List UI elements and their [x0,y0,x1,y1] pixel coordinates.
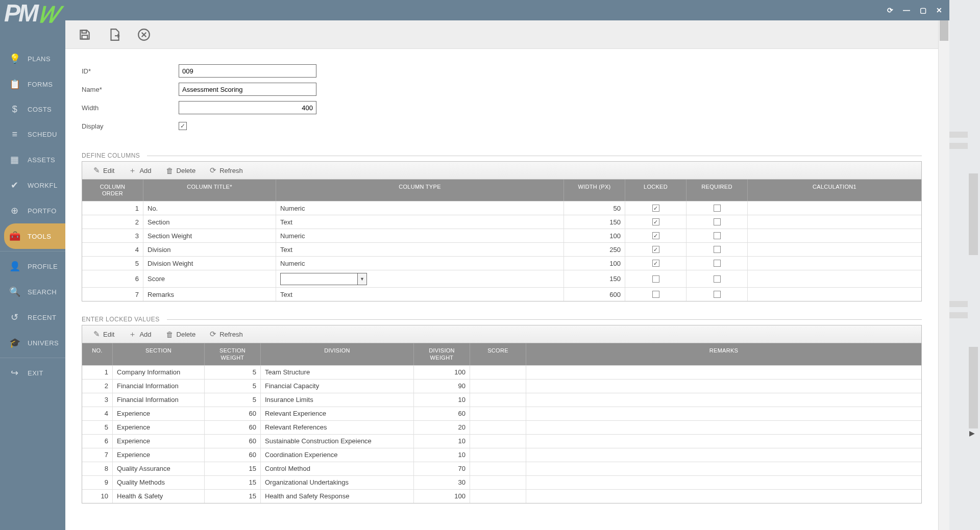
scrollbar-thumb[interactable] [940,20,948,41]
table-row[interactable]: 2Financial Information5Financial Capacit… [82,379,921,393]
cell-section-weight: 60 [205,448,261,462]
cell-section: Company Information [113,366,205,379]
table-row[interactable]: 7Experience60Coordination Experience10 [82,448,921,462]
background-panel: ▶ [949,0,980,530]
required-checkbox[interactable] [714,260,721,267]
cell-calc [748,201,921,215]
cancel-icon[interactable] [137,28,151,42]
locked-checkbox[interactable]: ✓ [652,260,659,267]
required-checkbox[interactable] [714,205,721,212]
nav-item-recent[interactable]: ↺RECENT [0,305,65,330]
table-row[interactable]: 6Experience60Sustainable Construction Ex… [82,434,921,448]
id-input[interactable] [179,64,316,78]
delete-button[interactable]: 🗑Delete [166,330,196,339]
table-row[interactable]: 8Quality Assurance15Control Method70 [82,462,921,475]
dialog-scrollbar[interactable] [938,20,949,530]
cell-section-weight: 15 [205,490,261,503]
cell-section: Quality Assurance [113,462,205,475]
delete-button[interactable]: 🗑Delete [166,166,196,175]
table-row[interactable]: 5Experience60Relevant References20 [82,420,921,434]
column-type-select[interactable]: ▼ [280,273,367,285]
cell-division: Insurance Limits [261,393,414,407]
table-row[interactable]: 5Division WeightNumeric100✓ [82,256,921,270]
chevron-down-icon[interactable]: ▼ [357,273,366,285]
required-checkbox[interactable] [714,291,721,298]
locked-checkbox[interactable] [652,275,659,283]
table-row[interactable]: 3Section WeightNumeric100✓ [82,229,921,242]
add-button[interactable]: ＋Add [129,166,151,175]
cell-type: Text [276,215,564,229]
cell-title: Division Weight [143,257,276,270]
cell-type: Text [276,243,564,256]
cell-remarks [526,407,921,420]
nav-item-univers[interactable]: 🎓UNIVERS [0,330,65,356]
table-row[interactable]: 4DivisionText250✓ [82,242,921,256]
locked-checkbox[interactable]: ✓ [652,246,659,253]
locked-checkbox[interactable]: ✓ [652,232,659,239]
table-row[interactable]: 1Company Information5Team Structure100 [82,365,921,379]
cell-no: 8 [82,462,113,475]
required-checkbox[interactable] [714,246,721,253]
nav-icon: ▦ [9,154,20,165]
cell-title: Score [143,270,276,287]
table-row[interactable]: 10Health & Safety15Health and Safety Res… [82,489,921,503]
cell-division: Health and Safety Response [261,490,414,503]
scroll-right-icon[interactable]: ▶ [969,429,975,437]
width-input[interactable] [179,101,316,114]
dialog-titlebar: ⟳ ― ▢ ✕ [65,0,949,20]
table-row[interactable]: 1No.Numeric50✓ [82,201,921,215]
export-icon[interactable] [107,28,121,42]
nav-label: FORMS [28,81,53,88]
nav-item-profile[interactable]: 👤PROFILE [0,254,65,279]
nav-item-workfl[interactable]: ✔WORKFL [0,172,65,198]
nav-label: WORKFL [28,182,58,189]
table-row[interactable]: 6Score▼150 [82,270,921,287]
required-checkbox[interactable] [714,275,721,283]
nav-icon: ✔ [9,180,20,191]
close-window-icon[interactable]: ✕ [935,6,943,14]
save-icon[interactable] [78,28,92,42]
nav-item-costs[interactable]: $COSTS [0,97,65,122]
pencil-icon: ✎ [93,330,100,339]
table-row[interactable]: 3Financial Information5Insurance Limits1… [82,393,921,407]
refresh-window-icon[interactable]: ⟳ [886,6,894,14]
refresh-button[interactable]: ⟳Refresh [210,166,243,175]
maximize-window-icon[interactable]: ▢ [919,6,927,14]
required-checkbox[interactable] [714,218,721,225]
locked-checkbox[interactable]: ✓ [652,218,659,225]
cell-division: Control Method [261,462,414,475]
add-button[interactable]: ＋Add [129,330,151,339]
cell-division-weight: 10 [414,435,470,448]
cell-division-weight: 10 [414,448,470,462]
cell-remarks [526,448,921,462]
table-row[interactable]: 7RemarksText600 [82,287,921,301]
nav-item-forms[interactable]: 📋FORMS [0,71,65,97]
minimize-window-icon[interactable]: ― [902,6,911,14]
refresh-button[interactable]: ⟳Refresh [210,330,243,339]
locked-checkbox[interactable]: ✓ [652,205,659,212]
nav-item-portfo[interactable]: ⊕PORTFO [0,198,65,223]
nav-item-plans[interactable]: 💡PLANS [0,46,65,71]
table-row[interactable]: 2SectionText150✓ [82,215,921,229]
svg-rect-0 [82,30,87,33]
cell-score [470,421,526,434]
nav-item-schedu[interactable]: ≡SCHEDU [0,122,65,147]
table-row[interactable]: 4Experience60Relevant Experience60 [82,407,921,420]
locked-checkbox[interactable] [652,291,659,298]
cell-title: Division [143,243,276,256]
table-row[interactable]: 9Quality Methods15Organizational Underta… [82,475,921,489]
nav-item-assets[interactable]: ▦ASSETS [0,147,65,172]
cell-division: Coordination Experience [261,448,414,462]
nav-item-search[interactable]: 🔍SEARCH [0,279,65,305]
edit-button[interactable]: ✎Edit [93,166,114,175]
name-input[interactable] [179,83,316,96]
cell-score [470,435,526,448]
edit-button[interactable]: ✎Edit [93,330,114,339]
nav-item-tools[interactable]: 🧰TOOLS [4,223,65,249]
nav-item-exit[interactable]: ↪EXIT [0,360,65,386]
cell-section: Experience [113,448,205,462]
nav-icon: 🎓 [9,337,20,348]
display-checkbox[interactable]: ✓ [179,122,187,130]
record-form: ID* Name* Width Display ✓ [65,49,938,143]
required-checkbox[interactable] [714,232,721,239]
